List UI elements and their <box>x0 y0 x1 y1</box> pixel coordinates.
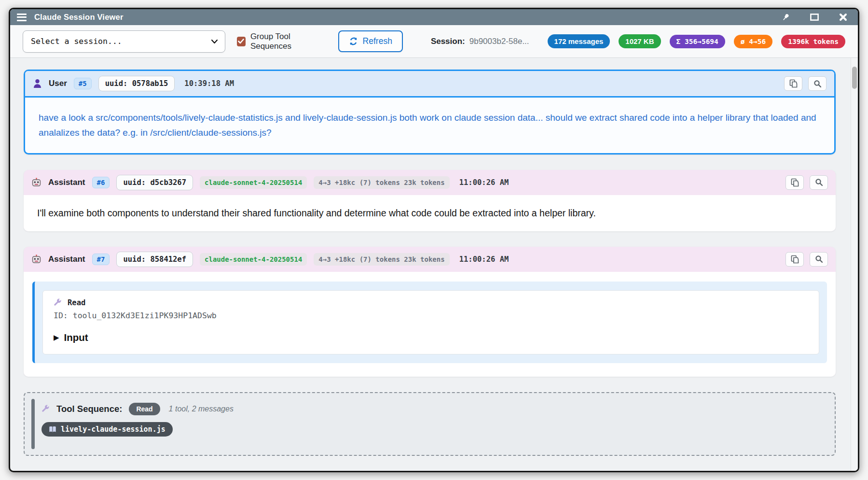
tokens-badge: 4→3 +18kc (7) tokens 23k tokens <box>314 253 449 266</box>
checkbox-checked-icon[interactable] <box>237 37 246 46</box>
message-timestamp: 10:39:18 AM <box>184 79 234 88</box>
copy-icon <box>791 255 799 264</box>
close-icon[interactable] <box>839 13 847 21</box>
tool-use-id: ID: toolu_0132Kd3E1zi1PK93HP1ADSwb <box>54 311 808 320</box>
copy-button[interactable] <box>785 175 804 190</box>
user-icon <box>33 79 42 88</box>
vertical-scrollbar[interactable] <box>851 58 858 471</box>
uuid-badge[interactable]: uuid: 858412ef <box>116 252 193 267</box>
role-label: Assistant <box>48 178 85 187</box>
tool-sequence-tool-badge: Read <box>129 403 160 415</box>
assistant-message-header: Assistant #6 uuid: d5cb3267 claude-sonne… <box>24 170 836 195</box>
assistant-message-card: Assistant #6 uuid: d5cb3267 claude-sonne… <box>24 170 836 231</box>
messages-count-badge: 172 messages <box>548 34 610 48</box>
search-icon <box>815 255 823 263</box>
message-index-badge[interactable]: #6 <box>92 177 110 188</box>
search-icon <box>815 178 823 186</box>
uuid-badge[interactable]: uuid: 0578ab15 <box>98 76 175 91</box>
avg-tokens-badge: ø 4→56 <box>734 35 772 48</box>
search-button[interactable] <box>810 175 828 190</box>
total-tokens-badge: 1396k tokens <box>781 35 845 48</box>
wrench-icon <box>41 405 50 413</box>
session-label: Session: <box>431 37 465 46</box>
size-badge: 1027 KB <box>619 34 661 48</box>
tool-sequence-file-chip[interactable]: lively-claude-session.js <box>41 422 173 437</box>
user-message-body: have a look a src/components/tools/livel… <box>25 98 834 153</box>
search-button[interactable] <box>810 252 828 267</box>
user-message-header: User #5 uuid: 0578ab15 10:39:18 AM <box>25 71 834 98</box>
app-window: Claude Session Viewer Select a session..… <box>9 8 859 472</box>
refresh-icon <box>349 37 358 46</box>
session-stat-badges: 172 messages 1027 KB Σ 356→5694 ø 4→56 1… <box>548 34 845 48</box>
tool-input-label: Input <box>64 332 88 343</box>
assistant-message-body: Read ID: toolu_0132Kd3E1zi1PK93HP1ADSwb … <box>24 272 836 377</box>
copy-button[interactable] <box>784 76 802 91</box>
model-badge: claude-sonnet-4-20250514 <box>200 253 307 266</box>
session-id: 9b9003b2-58e... <box>469 37 529 46</box>
tool-use-card: Read ID: toolu_0132Kd3E1zi1PK93HP1ADSwb … <box>42 290 819 354</box>
sum-tokens-badge: Σ 356→5694 <box>670 35 725 48</box>
tool-sequence-file-name: lively-claude-session.js <box>61 425 165 434</box>
title-bar: Claude Session Viewer <box>10 9 858 25</box>
search-button[interactable] <box>808 76 827 91</box>
maximize-icon[interactable] <box>810 14 819 21</box>
role-label: User <box>49 79 67 88</box>
assistant-message-header: Assistant #7 uuid: 858412ef claude-sonne… <box>24 247 836 272</box>
collapsed-triangle-icon: ▶ <box>54 333 59 342</box>
toolbar: Select a session... Group Tool Sequences… <box>10 25 858 58</box>
tokens-badge: 4→3 +18kc (7) tokens 23k tokens <box>314 176 449 189</box>
message-timestamp: 11:00:26 AM <box>459 178 509 187</box>
session-select-dropdown[interactable]: Select a session... <box>23 30 225 53</box>
pin-icon[interactable] <box>782 13 790 21</box>
message-index-badge[interactable]: #5 <box>74 78 92 89</box>
copy-button[interactable] <box>785 252 804 267</box>
assistant-message-body: I'll examine both components to understa… <box>24 195 836 231</box>
tool-input-toggle[interactable]: ▶ Input <box>54 332 808 343</box>
chevron-down-icon <box>211 39 218 44</box>
wrench-icon <box>54 298 62 307</box>
tool-sequence-left-bar <box>31 399 35 449</box>
uuid-badge[interactable]: uuid: d5cb3267 <box>116 175 193 190</box>
copy-icon <box>791 178 799 187</box>
window-title: Claude Session Viewer <box>34 13 124 22</box>
book-icon <box>49 426 56 433</box>
tool-sequence-group[interactable]: Tool Sequence: Read 1 tool, 2 messages l… <box>24 392 836 456</box>
scrollbar-thumb[interactable] <box>852 67 857 89</box>
hamburger-menu-icon[interactable] <box>17 14 27 21</box>
role-label: Assistant <box>48 254 85 264</box>
copy-icon <box>789 79 798 88</box>
message-index-badge[interactable]: #7 <box>92 254 110 265</box>
tool-sequence-label: Tool Sequence: <box>56 404 122 414</box>
search-icon <box>813 80 822 88</box>
tool-name: Read <box>68 298 85 307</box>
refresh-button[interactable]: Refresh <box>338 30 403 52</box>
message-list[interactable]: User #5 uuid: 0578ab15 10:39:18 AM have … <box>10 58 858 471</box>
robot-icon <box>31 254 41 264</box>
group-tool-sequences-checkbox-wrap[interactable]: Group Tool Sequences <box>237 32 327 51</box>
tool-use-panel: Read ID: toolu_0132Kd3E1zi1PK93HP1ADSwb … <box>32 282 827 363</box>
model-badge: claude-sonnet-4-20250514 <box>200 176 307 189</box>
robot-icon <box>31 178 41 187</box>
session-select-value: Select a session... <box>31 37 122 46</box>
message-timestamp: 11:00:26 AM <box>459 255 509 264</box>
group-tool-sequences-label: Group Tool Sequences <box>250 32 327 51</box>
assistant-tool-message-card: Assistant #7 uuid: 858412ef claude-sonne… <box>24 247 836 377</box>
user-message-card: User #5 uuid: 0578ab15 10:39:18 AM have … <box>24 70 836 155</box>
tool-sequence-summary: 1 tool, 2 messages <box>169 405 234 413</box>
